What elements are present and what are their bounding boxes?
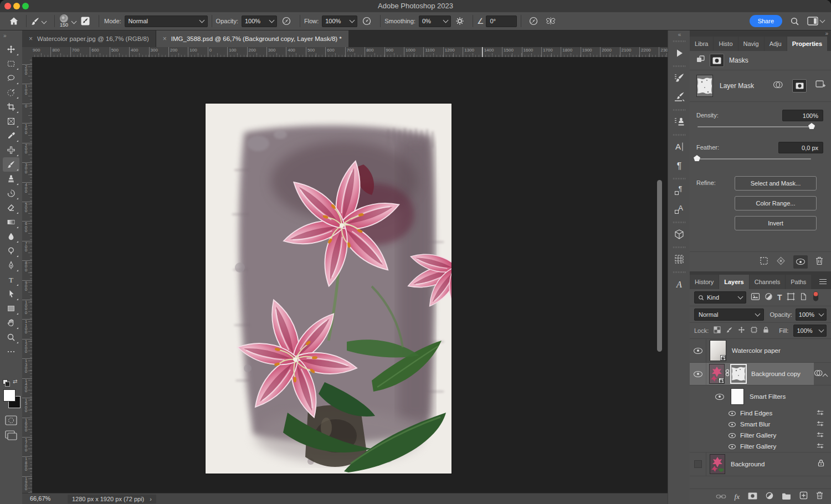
layer-thumbnail[interactable] [710, 454, 725, 474]
density-slider[interactable] [697, 126, 815, 127]
lock-artboard-icon[interactable] [750, 326, 758, 336]
status-chevron-icon[interactable]: › [150, 496, 152, 502]
mask-properties-icon[interactable] [710, 54, 724, 67]
lasso-tool[interactable] [3, 71, 19, 85]
dock-drag-handle[interactable] [673, 271, 685, 273]
quick-mask-icon[interactable] [5, 415, 17, 428]
dock-drag-handle[interactable] [673, 65, 685, 67]
filter-type-layers-icon[interactable]: T [777, 293, 782, 302]
layer-visibility-icon[interactable] [690, 339, 706, 362]
layer-visibility-checkbox-off[interactable] [694, 460, 702, 468]
rectangle-tool[interactable] [3, 301, 19, 316]
filter-visibility-icon[interactable] [729, 422, 736, 427]
character-panel-icon[interactable]: A [668, 137, 690, 156]
layer-thumbnail[interactable] [710, 340, 726, 361]
link-layers-icon[interactable] [716, 492, 726, 502]
brush-size-chevron-icon[interactable] [71, 18, 77, 24]
actions-play-panel-icon[interactable] [668, 44, 690, 63]
filter-smart-objects-icon[interactable] [799, 292, 807, 303]
panels-expand-icon[interactable]: » [825, 30, 828, 37]
select-and-mask-button[interactable]: Select and Mask... [735, 176, 817, 191]
smoothing-select[interactable]: 0% [419, 16, 451, 27]
delete-mask-icon[interactable] [815, 256, 823, 268]
type-tool[interactable]: T [3, 272, 19, 287]
paragraph-styles-panel-icon[interactable]: ¶ [668, 181, 690, 200]
layer-row-background[interactable]: Background [690, 452, 831, 476]
pixel-layer-properties-icon[interactable] [696, 55, 705, 66]
path-selection-tool[interactable] [3, 287, 19, 301]
new-adjustment-layer-icon[interactable] [766, 492, 773, 502]
smart-filter-row[interactable]: Filter Gallery [690, 430, 831, 441]
foreground-color-swatch[interactable] [3, 389, 16, 402]
document-info[interactable]: 1280 px x 1920 px (72 ppi) › [68, 495, 156, 503]
dock-collapse-icon[interactable]: « [668, 30, 690, 38]
tab-navigator[interactable]: Navig [738, 37, 764, 51]
fill-select[interactable]: 100% [793, 325, 827, 337]
filter-pixel-layers-icon[interactable] [751, 292, 760, 303]
feather-slider[interactable] [695, 158, 811, 160]
dock-drag-handle[interactable] [673, 178, 685, 179]
tab-history[interactable]: History [690, 275, 719, 289]
home-icon[interactable] [9, 16, 19, 26]
mode-select[interactable]: Normal [125, 16, 208, 27]
horizontal-ruler[interactable]: 9008007006005004003002001000100200300400… [32, 47, 668, 58]
smart-filter-row[interactable]: Find Edges [690, 408, 831, 419]
document-tab-active[interactable]: × IMG_3588.psd @ 66,7% (Background copy,… [156, 30, 348, 47]
add-mask-icon[interactable] [815, 80, 825, 91]
layer-row-watercolor-paper[interactable]: Watercolor paper [690, 339, 831, 363]
move-tool[interactable] [3, 42, 19, 56]
filter-blending-options-icon[interactable] [816, 441, 824, 451]
tools-collapse-icon[interactable]: » [0, 30, 22, 42]
opacity-select[interactable]: 100% [242, 16, 277, 27]
dock-drag-handle[interactable] [673, 134, 685, 136]
filter-visibility-icon[interactable] [729, 444, 736, 449]
marquee-tool[interactable] [3, 56, 19, 71]
lock-pixels-icon[interactable] [726, 326, 733, 336]
workspace-switcher-icon[interactable] [807, 17, 818, 25]
tab-paths[interactable]: Paths [786, 275, 811, 289]
tab-adjustments[interactable]: Adju [765, 37, 787, 51]
swap-colors-icon[interactable]: ⇄ [13, 378, 17, 384]
close-tab-icon[interactable]: × [163, 35, 167, 42]
zoom-tool[interactable] [3, 330, 19, 344]
tab-channels[interactable]: Channels [750, 275, 785, 289]
search-icon[interactable] [790, 17, 799, 26]
layer-mask-thumbnail-selected[interactable] [730, 364, 747, 384]
pen-tool[interactable] [3, 258, 19, 272]
layer-visibility-icon[interactable] [690, 363, 706, 385]
toggle-brush-settings-icon[interactable] [80, 16, 90, 26]
apply-mask-icon[interactable] [776, 256, 786, 268]
ruler-corner[interactable] [22, 47, 33, 58]
flow-select[interactable]: 100% [322, 16, 357, 27]
new-layer-icon[interactable] [799, 491, 808, 502]
dock-drag-handle[interactable] [673, 40, 685, 42]
gradient-tool[interactable] [3, 215, 19, 229]
blend-mode-select[interactable]: Normal [694, 308, 764, 321]
blur-tool[interactable] [3, 229, 19, 244]
layer-filter-select[interactable]: Kind [694, 291, 746, 304]
tab-histogram[interactable]: Histo [714, 37, 737, 51]
smart-filter-row[interactable]: Smart Blur [690, 419, 831, 430]
mask-thumbnail[interactable] [696, 75, 713, 97]
screen-mode-icon[interactable] [5, 430, 17, 443]
filter-visibility-icon[interactable] [729, 433, 736, 438]
glyphs-panel-icon[interactable]: A [668, 275, 690, 294]
character-styles-panel-icon[interactable]: A [668, 200, 690, 219]
mask-visibility-toggle[interactable] [793, 255, 808, 269]
new-group-icon[interactable] [782, 492, 791, 502]
collapse-effects-chevron-icon[interactable] [823, 374, 828, 379]
load-selection-icon[interactable] [760, 256, 768, 268]
mask-link-icon[interactable] [725, 369, 730, 379]
size-pressure-icon[interactable] [529, 16, 538, 26]
zoom-level-field[interactable]: 66,67% [30, 495, 50, 502]
opacity-pressure-icon[interactable] [281, 16, 291, 26]
smart-filter-row[interactable]: Filter Gallery [690, 441, 831, 452]
add-layer-mask-icon[interactable] [748, 492, 757, 502]
hand-tool[interactable] [3, 316, 19, 330]
eraser-tool[interactable] [3, 200, 19, 215]
clone-stamp-tool[interactable] [3, 172, 19, 186]
vertical-ruler[interactable]: 2 0 01 0 001 0 02 0 03 0 04 0 05 0 06 0 … [22, 57, 33, 493]
airbrush-icon[interactable] [362, 16, 372, 26]
clone-source-panel-icon[interactable] [668, 112, 690, 131]
more-tool[interactable] [3, 344, 19, 359]
